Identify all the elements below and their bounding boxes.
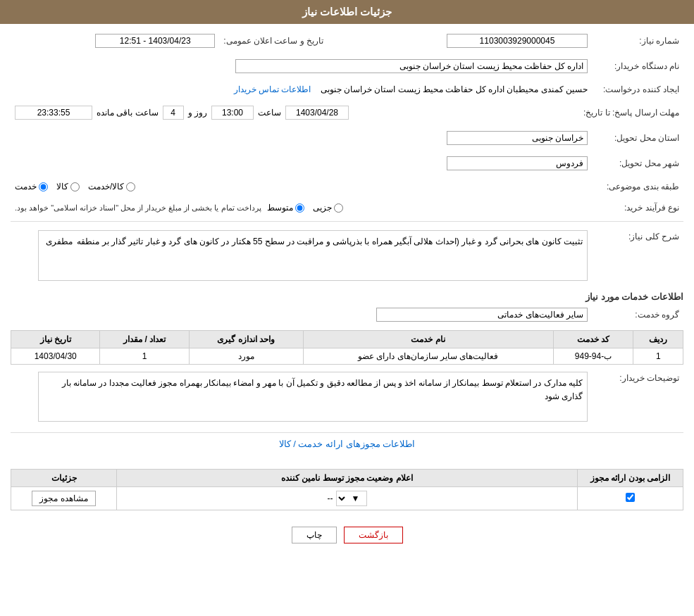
buyer-org-value	[11, 56, 592, 76]
creator-value: حسین کمندی محیطبان اداره کل حفاظت محیط ز…	[11, 82, 592, 97]
process-minor-radio[interactable]	[334, 203, 343, 213]
info-table-deadline: مهلت ارسال پاسخ: تا تاریخ: ساعت باقی مان…	[11, 103, 683, 122]
process-minor-label: جزیی	[313, 203, 332, 213]
permits-status-select[interactable]: ▼	[336, 491, 367, 506]
category-service-radio[interactable]	[39, 182, 48, 191]
cell-name: فعالیت‌های سایر سازمان‌های دارای عضو	[303, 348, 553, 364]
deadline-date-input	[285, 106, 349, 120]
category-goods-label: کالا	[56, 182, 68, 191]
category-both-label: کالا/خدمت	[88, 182, 124, 191]
permits-status-cell: ▼ --	[117, 487, 578, 510]
service-group-value	[11, 305, 592, 325]
category-radio-goods[interactable]: کالا	[56, 182, 80, 191]
cell-unit: مورد	[189, 348, 303, 364]
announcement-input	[95, 34, 215, 48]
contact-link[interactable]: اطلاعات تماس خریدار	[234, 84, 311, 94]
info-table-notes: توضیحات خریدار: کلیه مدارک در استعلام تو…	[11, 369, 683, 427]
info-table-creator: ایجاد کننده درخواست: حسین کمندی محیطبان …	[11, 82, 683, 97]
deadline-label: مهلت ارسال پاسخ: تا تاریخ:	[579, 103, 683, 122]
province-label: استان محل تحویل:	[592, 128, 683, 148]
category-goods-radio[interactable]	[70, 182, 80, 191]
category-both-radio[interactable]	[126, 182, 135, 191]
process-label: نوع فرآیند خرید:	[592, 200, 683, 215]
col-header-name: نام خدمت	[303, 330, 553, 348]
print-button[interactable]: چاپ	[292, 527, 337, 543]
city-input	[447, 156, 588, 170]
announcement-label: تاریخ و ساعت اعلان عمومی:	[219, 31, 328, 51]
permits-table: الزامی بودن ارائه مجوز اعلام وضعیت مجوز …	[11, 469, 683, 510]
process-moderate-label: متوسط	[267, 203, 293, 213]
need-number-input	[447, 34, 588, 48]
info-table-description: شرح کلی نیاز: تثبیت کانون های بحرانی گرد…	[11, 227, 683, 286]
col-header-row: ردیف	[633, 330, 683, 348]
footer-buttons: بازگشت چاپ	[11, 516, 683, 554]
need-description-label: شرح کلی نیاز:	[592, 227, 683, 286]
permits-table-row: ▼ -- مشاهده مجوز	[11, 487, 683, 510]
deadline-days-label: روز و	[188, 108, 207, 118]
info-table-process: نوع فرآیند خرید: پرداخت تمام یا بخشی از …	[11, 200, 683, 215]
deadline-row: ساعت باقی مانده روز و ساعت	[11, 103, 579, 122]
announcement-value	[11, 31, 219, 51]
process-radio-moderate[interactable]: متوسط	[267, 203, 304, 213]
buyer-notes-value: کلیه مدارک در استعلام توسط بیمانکار از س…	[11, 369, 592, 427]
province-input	[447, 131, 588, 145]
category-options: خدمت کالا کالا/خدمت	[11, 179, 592, 194]
permits-col-details: جزئیات	[11, 470, 117, 487]
table-row: 1 ب-94-949 فعالیت‌های سایر سازمان‌های دا…	[11, 348, 683, 364]
process-moderate-radio[interactable]	[295, 203, 304, 213]
deadline-remaining-input	[15, 106, 92, 120]
cell-date: 1403/04/30	[11, 348, 100, 364]
permits-required-cell	[578, 487, 683, 510]
col-header-date: تاریخ نیاز	[11, 330, 100, 348]
services-section-title: اطلاعات خدمات مورد نیاز	[11, 291, 683, 302]
info-table-province: استان محل تحویل:	[11, 128, 683, 148]
category-label: طبقه بندی موضوعی:	[592, 179, 683, 194]
divider-1	[11, 221, 683, 222]
main-content: شماره نیاز: تاریخ و ساعت اعلان عمومی: نا…	[0, 24, 694, 561]
need-description-textarea[interactable]: تثبیت کانون های بحرانی گرد و غبار (احداث…	[38, 230, 588, 281]
page-wrapper: جزئیات اطلاعات نیاز شماره نیاز: تاریخ و …	[0, 0, 694, 616]
buyer-org-input	[235, 59, 588, 73]
info-table-city: شهر محل تحویل:	[11, 153, 683, 173]
info-table-top: شماره نیاز: تاریخ و ساعت اعلان عمومی:	[11, 31, 683, 51]
page-title: جزئیات اطلاعات نیاز	[0, 0, 694, 24]
info-table-service-group: گروه خدمت:	[11, 305, 683, 325]
divider-2	[11, 432, 683, 433]
permits-details-cell: مشاهده مجوز	[11, 487, 117, 510]
service-group-label: گروه خدمت:	[592, 305, 683, 325]
col-header-code: کد خدمت	[553, 330, 633, 348]
permits-col-required: الزامی بودن ارائه مجوز	[578, 470, 683, 487]
buyer-notes-textarea[interactable]: کلیه مدارک در استعلام توسط بیمانکار از س…	[38, 372, 588, 422]
deadline-remaining-label: ساعت باقی مانده	[97, 108, 159, 118]
deadline-time-label: ساعت	[258, 108, 281, 118]
buyer-notes-label: توضیحات خریدار:	[592, 369, 683, 427]
creator-text: حسین کمندی محیطبان اداره کل حفاظت محیط ز…	[321, 84, 588, 94]
view-permit-button[interactable]: مشاهده مجوز	[32, 491, 95, 506]
back-button[interactable]: بازگشت	[344, 527, 403, 543]
creator-label: ایجاد کننده درخواست:	[592, 82, 683, 97]
services-table: ردیف کد خدمت نام خدمت واحد اندازه گیری ت…	[11, 330, 683, 365]
category-radio-both[interactable]: کالا/خدمت	[88, 182, 135, 191]
info-table-org: نام دستگاه خریدار:	[11, 56, 683, 76]
deadline-time-input	[211, 106, 254, 120]
need-number-label: شماره نیاز:	[592, 31, 683, 51]
permits-required-checkbox[interactable]	[626, 493, 635, 502]
need-description-value: تثبیت کانون های بحرانی گرد و غبار (احداث…	[11, 227, 592, 286]
permits-col-status: اعلام وضعیت مجوز توسط نامین کننده	[117, 470, 578, 487]
category-service-label: خدمت	[15, 182, 37, 191]
cell-code: ب-94-949	[553, 348, 633, 364]
cell-row-num: 1	[633, 348, 683, 364]
buyer-org-label: نام دستگاه خریدار:	[592, 56, 683, 76]
info-table-category: طبقه بندی موضوعی: خدمت کالا کالا/خدمت	[11, 179, 683, 194]
city-value	[11, 153, 592, 173]
process-radio-minor[interactable]: جزیی	[313, 203, 343, 213]
city-label: شهر محل تحویل:	[592, 153, 683, 173]
col-header-unit: واحد اندازه گیری	[189, 330, 303, 348]
permits-section-title: اطلاعات مجوزهای ارائه خدمت / کالا	[11, 439, 683, 449]
need-number-value	[349, 31, 592, 51]
permits-status-value: --	[328, 494, 333, 503]
category-radio-service[interactable]: خدمت	[15, 182, 48, 191]
process-options: پرداخت تمام یا بخشی از مبلغ خریدار از مح…	[11, 200, 592, 215]
deadline-days-input	[163, 106, 184, 120]
province-value	[11, 128, 592, 148]
